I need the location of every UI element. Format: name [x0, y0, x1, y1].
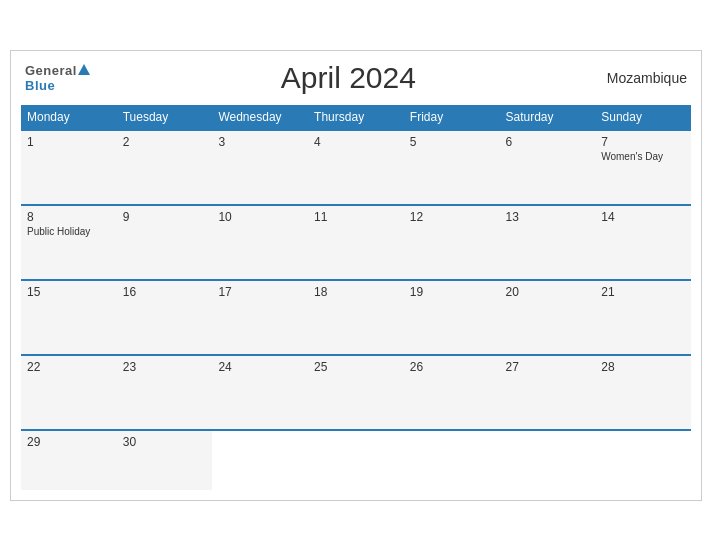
- calendar-week-row: 15161718192021: [21, 280, 691, 355]
- calendar-day-cell: 25: [308, 355, 404, 430]
- weekday-header: Saturday: [500, 105, 596, 130]
- calendar-day-cell: 7Women's Day: [595, 130, 691, 205]
- day-number: 24: [218, 360, 302, 374]
- calendar-day-cell: 5: [404, 130, 500, 205]
- day-number: 15: [27, 285, 111, 299]
- weekday-header: Thursday: [308, 105, 404, 130]
- day-number: 4: [314, 135, 398, 149]
- day-number: 14: [601, 210, 685, 224]
- day-number: 20: [506, 285, 590, 299]
- calendar-day-cell: 14: [595, 205, 691, 280]
- calendar-day-cell: 19: [404, 280, 500, 355]
- calendar-week-row: 22232425262728: [21, 355, 691, 430]
- calendar-day-cell: [404, 430, 500, 490]
- calendar-day-cell: 13: [500, 205, 596, 280]
- calendar-container: General Blue April 2024 Mozambique Monda…: [10, 50, 702, 501]
- calendar-day-cell: 30: [117, 430, 213, 490]
- calendar-header: General Blue April 2024 Mozambique: [21, 61, 691, 95]
- calendar-day-cell: 3: [212, 130, 308, 205]
- day-number: 11: [314, 210, 398, 224]
- day-number: 22: [27, 360, 111, 374]
- calendar-day-cell: 28: [595, 355, 691, 430]
- logo-general-text: General: [25, 63, 77, 78]
- calendar-day-cell: 27: [500, 355, 596, 430]
- calendar-week-row: 8Public Holiday91011121314: [21, 205, 691, 280]
- day-number: 21: [601, 285, 685, 299]
- day-number: 16: [123, 285, 207, 299]
- calendar-day-cell: 21: [595, 280, 691, 355]
- calendar-day-cell: 9: [117, 205, 213, 280]
- day-number: 25: [314, 360, 398, 374]
- weekday-header: Sunday: [595, 105, 691, 130]
- calendar-day-cell: 26: [404, 355, 500, 430]
- calendar-day-cell: [595, 430, 691, 490]
- calendar-day-cell: 16: [117, 280, 213, 355]
- logo: General Blue: [25, 63, 90, 93]
- day-number: 5: [410, 135, 494, 149]
- day-number: 1: [27, 135, 111, 149]
- calendar-day-cell: 10: [212, 205, 308, 280]
- day-number: 18: [314, 285, 398, 299]
- logo-triangle-icon: [78, 64, 90, 75]
- weekday-header: Monday: [21, 105, 117, 130]
- day-number: 7: [601, 135, 685, 149]
- calendar-day-cell: [500, 430, 596, 490]
- day-number: 26: [410, 360, 494, 374]
- day-number: 19: [410, 285, 494, 299]
- calendar-day-cell: 6: [500, 130, 596, 205]
- day-number: 8: [27, 210, 111, 224]
- day-number: 28: [601, 360, 685, 374]
- day-number: 23: [123, 360, 207, 374]
- day-event: Women's Day: [601, 151, 685, 162]
- calendar-day-cell: [212, 430, 308, 490]
- calendar-title: April 2024: [281, 61, 416, 95]
- day-number: 27: [506, 360, 590, 374]
- calendar-day-cell: 4: [308, 130, 404, 205]
- weekday-header: Tuesday: [117, 105, 213, 130]
- calendar-day-cell: 1: [21, 130, 117, 205]
- calendar-day-cell: 20: [500, 280, 596, 355]
- logo-blue-text: Blue: [25, 78, 55, 93]
- day-number: 12: [410, 210, 494, 224]
- weekday-header: Wednesday: [212, 105, 308, 130]
- calendar-country: Mozambique: [607, 70, 687, 86]
- calendar-day-cell: 15: [21, 280, 117, 355]
- day-event: Public Holiday: [27, 226, 111, 237]
- day-number: 10: [218, 210, 302, 224]
- day-number: 9: [123, 210, 207, 224]
- calendar-week-row: 1234567Women's Day: [21, 130, 691, 205]
- calendar-day-cell: 29: [21, 430, 117, 490]
- day-number: 2: [123, 135, 207, 149]
- calendar-day-cell: 11: [308, 205, 404, 280]
- day-number: 3: [218, 135, 302, 149]
- day-number: 30: [123, 435, 207, 449]
- calendar-day-cell: 2: [117, 130, 213, 205]
- weekday-header-row: MondayTuesdayWednesdayThursdayFridaySatu…: [21, 105, 691, 130]
- weekday-header: Friday: [404, 105, 500, 130]
- calendar-day-cell: 22: [21, 355, 117, 430]
- calendar-day-cell: [308, 430, 404, 490]
- calendar-day-cell: 17: [212, 280, 308, 355]
- calendar-day-cell: 23: [117, 355, 213, 430]
- calendar-day-cell: 18: [308, 280, 404, 355]
- day-number: 6: [506, 135, 590, 149]
- calendar-week-row: 2930: [21, 430, 691, 490]
- day-number: 17: [218, 285, 302, 299]
- day-number: 29: [27, 435, 111, 449]
- day-number: 13: [506, 210, 590, 224]
- calendar-day-cell: 8Public Holiday: [21, 205, 117, 280]
- calendar-day-cell: 12: [404, 205, 500, 280]
- calendar-grid: MondayTuesdayWednesdayThursdayFridaySatu…: [21, 105, 691, 490]
- calendar-day-cell: 24: [212, 355, 308, 430]
